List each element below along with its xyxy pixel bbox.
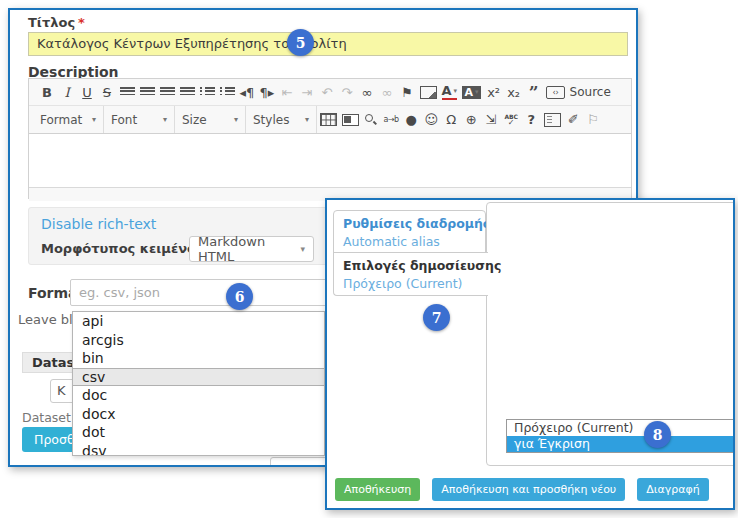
chevron-down-icon: ▾ xyxy=(92,115,96,124)
indent-icon[interactable]: ⇥ xyxy=(300,84,315,100)
format-option-dot[interactable]: dot xyxy=(73,423,324,442)
format-option-dsv[interactable]: dsv xyxy=(73,442,324,457)
option-for-approval[interactable]: για Έγκριση xyxy=(507,436,735,452)
save-button[interactable]: Αποθήκευση xyxy=(335,478,420,501)
step-badge-5: 5 xyxy=(287,29,314,56)
step-badge-6: 6 xyxy=(226,283,253,310)
format-option-arcgis[interactable]: arcgis xyxy=(73,331,324,350)
disable-rich-text-link[interactable]: Disable rich-text xyxy=(41,216,156,232)
title-label-text: Τίτλος xyxy=(28,15,75,30)
editor-toolbar-row1: BIUS◂¶¶▸⇤⇥↶↷∞∞⚑A▾A▾x²x₂”‹› Source xyxy=(29,79,631,105)
tab-subtitle: Automatic alias xyxy=(343,234,476,249)
chevron-down-icon: ▾ xyxy=(305,115,309,124)
strikethrough-icon[interactable]: S xyxy=(100,84,115,100)
emoticon-icon[interactable]: ☺ xyxy=(424,112,439,128)
required-asterisk: * xyxy=(78,15,85,30)
help-icon[interactable]: ? xyxy=(524,112,539,128)
size-combo-label: Size xyxy=(182,113,207,127)
tab-title: Ρυθμίσεις διαδρομής URL xyxy=(343,216,476,231)
chevron-down-icon: ▾ xyxy=(163,115,167,124)
step-badge-8: 8 xyxy=(644,421,671,448)
italic-icon[interactable]: I xyxy=(60,84,75,100)
align-left-icon[interactable] xyxy=(120,87,135,97)
underline-icon[interactable]: U xyxy=(80,84,95,100)
table-icon[interactable] xyxy=(320,113,337,126)
media-embed-icon[interactable]: ● xyxy=(404,112,419,128)
link-icon[interactable]: ∞ xyxy=(360,84,375,100)
paragraph-ltr-icon[interactable]: ◂¶ xyxy=(240,84,255,100)
text-format-select[interactable]: Markdown HTML ▾ xyxy=(189,236,314,262)
title-input[interactable]: Κατάλογος Κέντρων Εξυπηρέτησης του Πολίτ… xyxy=(28,32,628,56)
chevron-down-icon: ▾ xyxy=(234,115,238,124)
form-actions: Αποθήκευση Αποθήκευση και προσθήκη νέου … xyxy=(335,478,709,501)
image-icon[interactable] xyxy=(420,86,437,99)
format-autocomplete-dropdown: apiarcgisbincsvdocdocxdotdsv xyxy=(72,311,325,456)
styles-combo-label: Styles xyxy=(253,113,289,127)
paragraph-rtl-icon[interactable]: ¶▸ xyxy=(260,84,275,100)
justify-icon[interactable] xyxy=(180,87,195,97)
format-combo-label: Format xyxy=(40,113,82,127)
spellcheck-icon[interactable]: ABC xyxy=(504,112,519,128)
placeholder-icon[interactable] xyxy=(342,114,359,126)
tab-publishing-options[interactable]: Επιλογές δημοσίευσης Πρόχειρο (Current) xyxy=(333,252,488,296)
source-button-label[interactable]: Source xyxy=(570,85,611,99)
format-combo[interactable]: Format▾ xyxy=(33,106,104,133)
find-icon[interactable] xyxy=(364,113,379,126)
source-icon[interactable]: ‹› xyxy=(546,86,565,99)
bg-color-icon[interactable]: A▾ xyxy=(462,86,481,99)
numbered-list-icon[interactable] xyxy=(220,87,235,97)
tab-subtitle: Πρόχειρο (Current) xyxy=(343,276,479,291)
outdent-icon[interactable]: ⇤ xyxy=(280,84,295,100)
delete-button[interactable]: Διαγραφή xyxy=(637,478,708,501)
copy-format-icon[interactable]: ✐ xyxy=(566,112,581,128)
format-option-csv[interactable]: csv xyxy=(73,368,324,387)
unlink-icon[interactable]: ∞ xyxy=(380,84,395,100)
special-char-icon[interactable]: Ω xyxy=(444,112,459,128)
editor-toolbar-row2: Format▾ Font▾ Size▾ Styles▾ a→b●☺Ω⊕⇲ABC?… xyxy=(29,105,631,134)
font-combo-label: Font xyxy=(111,113,137,127)
templates-icon[interactable] xyxy=(544,113,561,127)
publishing-settings-panel: Ρυθμίσεις διαδρομής URL Automatic alias … xyxy=(325,198,735,510)
save-and-add-new-button[interactable]: Αποθήκευση και προσθήκη νέου xyxy=(432,478,625,501)
subscript-icon[interactable]: x₂ xyxy=(506,84,521,100)
bold-icon[interactable]: B xyxy=(40,84,55,100)
tab-title: Επιλογές δημοσίευσης xyxy=(343,258,479,273)
redo-icon[interactable]: ↷ xyxy=(340,84,355,100)
flag-clipped-icon[interactable]: ⚐ xyxy=(586,112,601,128)
superscript-icon[interactable]: x² xyxy=(486,84,501,100)
anchor-icon[interactable]: ⚑ xyxy=(400,84,415,100)
align-center-icon[interactable] xyxy=(140,87,155,97)
format-option-bin[interactable]: bin xyxy=(73,349,324,368)
size-combo[interactable]: Size▾ xyxy=(175,106,246,133)
screenshot-root: Τίτλος* Κατάλογος Κέντρων Εξυπηρέτησης τ… xyxy=(0,0,738,518)
rich-text-editor: BIUS◂¶¶▸⇤⇥↶↷∞∞⚑A▾A▾x²x₂”‹› Source Format… xyxy=(28,78,632,199)
text-format-label: Μορφότυπος κειμένου xyxy=(41,241,205,256)
maximize-icon[interactable]: ⇲ xyxy=(484,112,499,128)
align-right-icon[interactable] xyxy=(160,87,175,97)
undo-icon[interactable]: ↶ xyxy=(320,84,335,100)
format-option-doc[interactable]: doc xyxy=(73,386,324,405)
replace-icon[interactable]: a→b xyxy=(384,112,399,128)
chevron-down-icon: ▾ xyxy=(300,244,305,254)
text-color-icon[interactable]: A▾ xyxy=(442,85,458,100)
clipped-select-stub[interactable] xyxy=(270,457,332,467)
font-combo[interactable]: Font▾ xyxy=(104,106,175,133)
format-option-api[interactable]: api xyxy=(73,312,324,331)
tab-url-path-settings[interactable]: Ρυθμίσεις διαδρομής URL Automatic alias xyxy=(333,210,486,253)
content-state-option-list: Πρόχειρο (Current) για Έγκριση xyxy=(506,419,735,453)
title-label: Τίτλος* xyxy=(28,15,85,30)
blockquote-icon[interactable]: ” xyxy=(526,84,541,100)
globe-icon[interactable]: ⊕ xyxy=(464,112,479,128)
styles-combo[interactable]: Styles▾ xyxy=(246,106,317,133)
format-option-docx[interactable]: docx xyxy=(73,405,324,424)
option-draft-current[interactable]: Πρόχειρο (Current) xyxy=(507,420,735,436)
bulleted-list-icon[interactable] xyxy=(200,87,215,97)
editor-content-area[interactable] xyxy=(29,134,631,187)
step-badge-7: 7 xyxy=(423,304,450,331)
text-format-value: Markdown HTML xyxy=(198,234,300,264)
